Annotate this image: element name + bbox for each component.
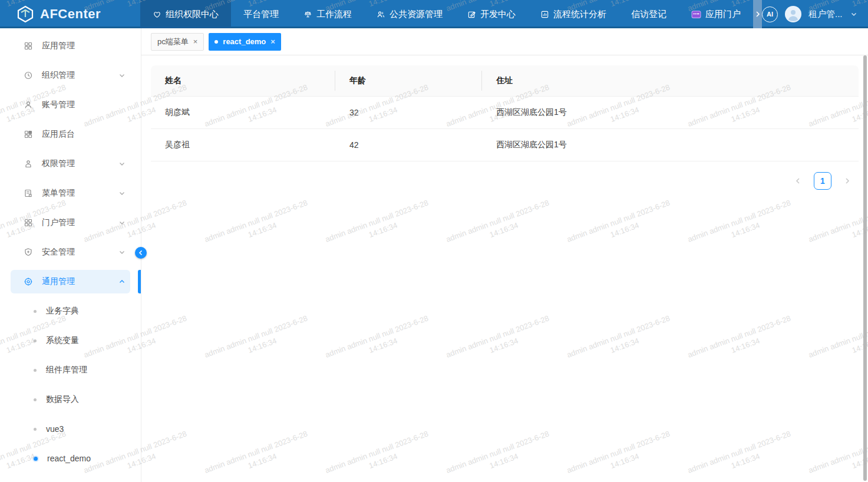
edit-square-icon [467,10,476,19]
sidebar-subitem-biz-dictionary[interactable]: 业务字典 [11,299,130,323]
avatar[interactable] [785,6,801,22]
nav-item-petition-register[interactable]: 信访登记 [619,0,679,28]
sidebar-item-app-mgmt[interactable]: 应用管理 [11,34,130,58]
portal-app-icon [691,9,701,19]
ai-assistant-button[interactable]: AI [762,6,778,22]
afcenter-logo[interactable]: AFCenter [0,0,140,28]
dot-icon [34,428,37,431]
sidebar-item-security-mgmt[interactable]: 安全管理 [11,240,130,264]
sidebar-item-app-backend[interactable]: 应用后台 [11,123,130,146]
app-window: AFCenter 组织权限中心 平台管理 工作流程 [0,0,868,482]
nav-item-public-resources[interactable]: 公共资源管理 [364,0,455,28]
chevron-down-icon [118,249,126,256]
sidebar-subitem-label: 组件库管理 [46,365,87,375]
tab-pc-menu[interactable]: pc端菜单 × [151,33,204,51]
sidebar-item-general-mgmt[interactable]: 通用管理 [11,270,130,293]
sidebar-subitem-label: 业务字典 [46,306,79,316]
sidebar-item-label: 组织管理 [42,70,75,81]
nav-menu: 组织权限中心 平台管理 工作流程 公共资源管理 开 [140,0,753,28]
sidebar-subitem-label: 数据导入 [46,394,79,405]
data-table: 姓名 年龄 住址 胡彦斌 32 西湖区湖底公园1号 吴彦祖 42 西湖区湖底公园… [151,65,859,161]
nav-item-org-auth-center[interactable]: 组织权限中心 [140,0,231,28]
chevron-down-icon [118,190,126,197]
active-menu-indicator [138,270,141,293]
nav-item-label: 公共资源管理 [390,9,443,20]
document-list-icon [24,189,33,198]
appstore-filled-icon [24,130,33,139]
sidebar-item-label: 应用后台 [42,129,75,140]
page-number-button[interactable]: 1 [814,172,831,190]
prev-page-button[interactable] [789,172,807,190]
nav-item-platform-mgmt[interactable]: 平台管理 [231,0,291,28]
nav-item-dev-center[interactable]: 开发中心 [455,0,528,28]
column-header-address: 住址 [482,65,859,96]
sidebar-collapse-button[interactable] [135,247,147,259]
heart-icon [153,10,161,19]
sidebar-item-org-mgmt[interactable]: 组织管理 [11,64,130,87]
sidebar-item-label: 应用管理 [42,41,75,51]
bar-chart-icon [540,10,549,19]
vertical-scrollbar[interactable] [863,55,867,481]
sidebar-subitem-data-import[interactable]: 数据导入 [11,388,130,411]
nav-item-label: 工作流程 [316,9,352,20]
sidebar-subitem-label: react_demo [47,454,91,463]
sidebar-subitem-label: vue3 [46,424,64,434]
sidebar-item-label: 安全管理 [42,247,75,257]
chevron-down-icon [118,160,126,167]
sidebar-subitem-system-vars[interactable]: 系统变量 [11,329,130,352]
dot-icon [34,398,37,401]
sidebar-item-label: 权限管理 [42,159,75,169]
cell-address: 西湖区湖底公园1号 [482,107,859,118]
nav-item-workflow[interactable]: 工作流程 [291,0,364,28]
table-row: 胡彦斌 32 西湖区湖底公园1号 [151,97,859,129]
nav-item-label: 平台管理 [243,9,279,20]
sidebar-item-account-mgmt[interactable]: 账号管理 [11,93,130,117]
gear-icon [24,277,33,286]
next-page-button[interactable] [839,172,856,190]
dot-icon [34,310,37,313]
sidebar-subitem-label: 系统变量 [46,335,79,346]
sidebar-item-label: 菜单管理 [42,188,75,199]
pagination: 1 [151,172,859,190]
dot-icon [34,457,38,461]
sidebar-item-portal-mgmt[interactable]: 门户管理 [11,211,130,235]
chevron-right-icon [754,11,761,18]
tab-label: pc端菜单 [157,37,189,47]
tab-react-demo[interactable]: react_demo × [209,33,281,51]
sidebar-item-menu-mgmt[interactable]: 菜单管理 [11,181,130,205]
dot-icon [34,339,37,342]
sidebar-subitem-vue3[interactable]: vue3 [11,417,130,441]
people-icon [377,10,385,19]
chevron-down-icon[interactable] [850,10,858,18]
user-badge-icon [24,159,33,169]
balance-icon [303,10,312,19]
content-panel: 姓名 年龄 住址 胡彦斌 32 西湖区湖底公园1号 吴彦祖 42 西湖区湖底公园… [141,55,868,190]
tenant-user-menu[interactable]: 租户管... [808,9,843,20]
main-area: pc端菜单 × react_demo × 姓名 年龄 住址 [141,28,868,482]
cell-age: 32 [335,108,482,117]
sidebar-subitem-component-lib[interactable]: 组件库管理 [11,358,130,382]
nav-item-label: 组织权限中心 [166,9,219,20]
close-icon[interactable]: × [270,38,275,45]
close-icon[interactable]: × [193,38,198,45]
user-icon [24,100,33,110]
afcenter-logo-icon [16,5,34,23]
tab-label: react_demo [223,37,266,46]
sidebar-item-permission-mgmt[interactable]: 权限管理 [11,152,130,176]
sidebar-subitem-react-demo[interactable]: react_demo [11,447,130,470]
nav-item-label: 信访登记 [631,9,666,20]
column-header-age: 年龄 [335,65,482,96]
nav-scroll-right-button[interactable] [753,0,762,28]
sidebar-item-label: 通用管理 [42,276,75,287]
chevron-down-icon [118,72,126,79]
nav-item-app-portal[interactable]: 应用门户 [679,0,753,28]
table-header-row: 姓名 年龄 住址 [151,65,859,97]
appstore-icon [24,41,33,51]
cell-age: 42 [335,140,482,150]
nav-item-label: 流程统计分析 [553,9,606,20]
tabbar: pc端菜单 × react_demo × [141,28,868,55]
nav-item-label: 应用门户 [705,9,741,20]
chevron-down-icon [118,219,126,226]
nav-item-process-stats[interactable]: 流程统计分析 [528,0,619,28]
column-header-name: 姓名 [151,65,335,96]
